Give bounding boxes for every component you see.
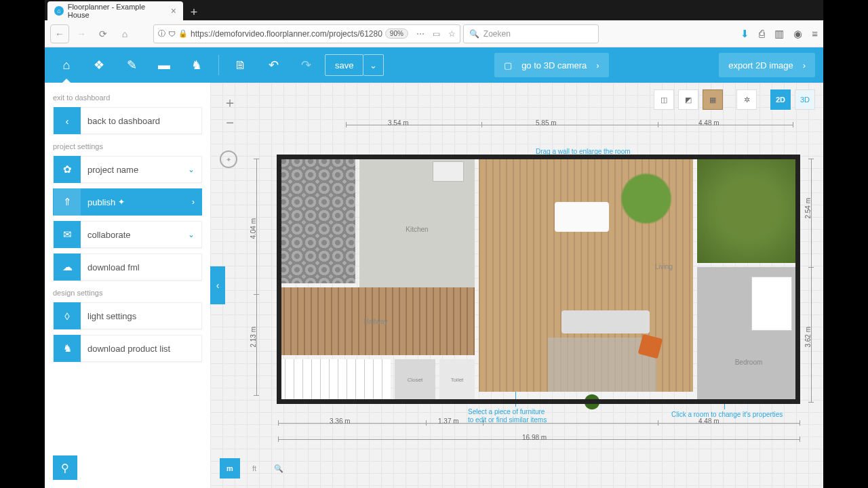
collaborate-button[interactable]: ✉ collaborate ⌄ [53, 221, 202, 248]
favicon-icon: ⌂ [54, 6, 64, 16]
redo-icon[interactable]: ↷ [292, 52, 319, 79]
nav-tools-icon[interactable]: ✎ [118, 52, 145, 79]
chevron-down-icon: ⌄ [188, 230, 195, 239]
view-option-settings[interactable]: ✲ [736, 89, 757, 110]
canvas[interactable]: ＋ − ✦ ◫ ◩ ▦ ✲ 2D 3D m ft 🔍 [210, 83, 823, 488]
bulb-icon: ◊ [54, 302, 81, 329]
dim-left-2: 2.13 m [250, 327, 257, 348]
light-settings-button[interactable]: ◊ light settings [53, 302, 202, 329]
nav-comment-icon[interactable]: ▬ [151, 52, 178, 79]
export-label: export 2D image [728, 60, 793, 70]
zoom-in-button[interactable]: ＋ [220, 92, 240, 113]
dim-bot-3: 4.48 m [698, 418, 719, 425]
gear-icon: ✿ [54, 156, 81, 183]
lock-icon: 🔒 [178, 29, 188, 38]
cursor-icon: ✦ [118, 197, 125, 207]
app-toolbar: ⌂ ❖ ✎ ▬ ♞ 🗎 ↶ ↷ save ⌄ ▢ go to 3D camera… [45, 47, 823, 83]
zoom-indicator[interactable]: 90% [385, 28, 408, 39]
chevron-left-icon: ‹ [54, 107, 81, 134]
search-placeholder: Zoeken [484, 29, 511, 39]
magnify-icon[interactable]: 🔍 [269, 458, 289, 479]
undo-icon[interactable]: ↶ [260, 52, 287, 79]
chevron-right-icon: › [596, 60, 599, 70]
hint-furniture-2: to edit or find similar items [468, 416, 547, 424]
shield-icon[interactable]: 🛡 [168, 30, 176, 38]
cta-label: go to 3D camera [521, 60, 587, 70]
sidebar-section-exit: exit to dashboard [53, 94, 202, 102]
file-icon[interactable]: 🗎 [227, 52, 254, 79]
floor-plan[interactable]: Living Kitchen Bedroom Hallway Closet To… [277, 155, 800, 404]
label: project name [87, 165, 138, 175]
location-pin-button[interactable]: ⚲ [53, 455, 77, 480]
tab-title: Floorplanner - Example House [68, 3, 167, 19]
compass-icon[interactable]: ✦ [220, 150, 237, 168]
library-icon[interactable]: ⎙ [759, 28, 765, 39]
sidebar-collapse-handle[interactable]: ‹ [210, 266, 225, 304]
save-dropdown[interactable]: ⌄ [363, 54, 384, 76]
view-3d-button[interactable]: 3D [795, 89, 815, 110]
reader-icon[interactable]: ▭ [433, 29, 440, 39]
upload-icon: ⇑ [54, 188, 81, 216]
save-button[interactable]: save [325, 54, 363, 76]
label: download fml [87, 262, 140, 272]
search-input[interactable]: 🔍 Zoeken [463, 24, 599, 43]
label: collaborate [87, 230, 131, 240]
nav-build-icon[interactable]: ⌂ [53, 52, 80, 79]
dim-top-3: 4.48 m [698, 119, 719, 127]
sidebar-section-project: project settings [53, 142, 202, 150]
more-icon[interactable]: ⋯ [416, 29, 425, 39]
label: download product list [87, 344, 170, 354]
dim-left-1: 4.04 m [250, 218, 257, 239]
go-to-3d-button[interactable]: ▢ go to 3D camera › [494, 53, 608, 77]
back-button[interactable]: ← [50, 24, 69, 43]
dim-bot-2: 1.37 m [438, 418, 459, 425]
url-text: https://demoforvideo.floorplanner.com/pr… [191, 29, 382, 39]
chevron-right-icon: › [803, 60, 806, 70]
account-icon[interactable]: ◉ [793, 28, 802, 40]
info-icon[interactable]: ⓘ [158, 28, 165, 39]
dim-right-1: 2.54 m [804, 198, 812, 219]
bookmark-icon[interactable]: ☆ [448, 29, 456, 39]
zoom-out-button[interactable]: − [220, 113, 240, 133]
label: light settings [87, 311, 136, 321]
camera-icon: ▢ [504, 60, 512, 70]
sidebar-icon[interactable]: ▥ [774, 28, 784, 40]
sidebar-section-design: design settings [53, 289, 202, 297]
chair-icon: ♞ [54, 335, 81, 362]
dim-bot-1: 3.36 m [330, 418, 351, 425]
back-to-dashboard-button[interactable]: ‹ back to dashboard [53, 107, 202, 134]
download-fml-button[interactable]: ☁ download fml [53, 253, 202, 281]
export-button[interactable]: export 2D image › [719, 53, 815, 77]
nav-furniture-icon[interactable]: ♞ [183, 52, 210, 79]
browser-tab[interactable]: ⌂ Floorplanner - Example House × [47, 1, 183, 20]
new-tab-button[interactable]: + [186, 4, 202, 20]
download-product-list-button[interactable]: ♞ download product list [53, 335, 202, 362]
search-icon: 🔍 [469, 29, 479, 39]
url-bar[interactable]: ⓘ 🛡 🔒 https://demoforvideo.floorplanner.… [153, 24, 460, 43]
unit-ft-button[interactable]: ft [244, 458, 264, 479]
nav-bar: ← → ⟳ ⌂ ⓘ 🛡 🔒 https://demoforvideo.floor… [45, 20, 823, 47]
nav-layers-icon[interactable]: ❖ [85, 52, 113, 79]
download-icon[interactable]: ⬇ [741, 28, 749, 40]
view-option-2[interactable]: ◩ [678, 89, 698, 110]
tab-bar: ⌂ Floorplanner - Example House × + [45, 0, 823, 20]
view-option-1[interactable]: ◫ [654, 89, 674, 110]
menu-icon[interactable]: ≡ [812, 28, 818, 39]
label: publish [87, 197, 115, 207]
reload-button[interactable]: ⟳ [94, 24, 113, 43]
view-2d-button[interactable]: 2D [770, 89, 791, 110]
view-option-3[interactable]: ▦ [703, 89, 723, 110]
hint-furniture-1: Select a piece of furniture [468, 408, 545, 415]
unit-m-button[interactable]: m [220, 458, 240, 479]
dim-top-2: 5.85 m [536, 119, 557, 127]
forward-button[interactable]: → [72, 24, 91, 43]
chevron-right-icon: › [192, 197, 195, 207]
chat-icon: ✉ [54, 221, 81, 248]
project-name-button[interactable]: ✿ project name ⌄ [53, 156, 202, 183]
home-button[interactable]: ⌂ [115, 24, 134, 43]
hint-room: Click a room to change it's properties [671, 411, 783, 418]
walls[interactable] [277, 155, 800, 404]
chevron-down-icon: ⌄ [188, 165, 195, 174]
close-icon[interactable]: × [171, 5, 176, 16]
publish-button[interactable]: ⇑ publish ✦ › [53, 188, 202, 216]
